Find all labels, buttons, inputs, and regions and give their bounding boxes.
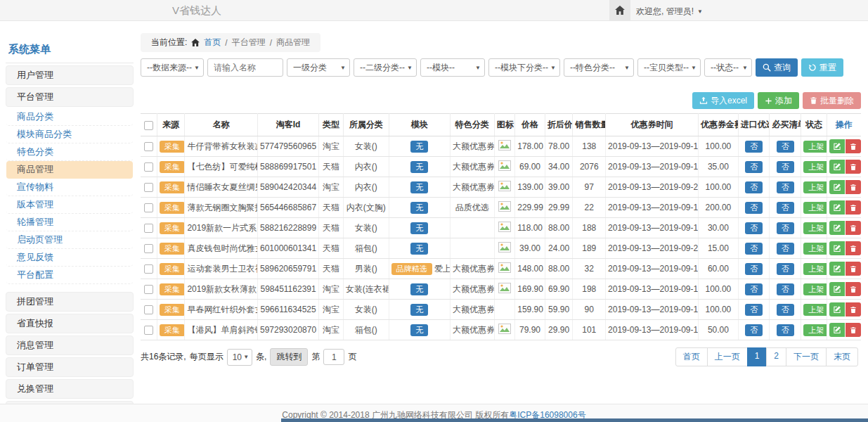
edit-button[interactable] bbox=[829, 160, 845, 174]
must-buy-toggle[interactable]: 否 bbox=[777, 141, 794, 153]
status-badge[interactable]: 上架 bbox=[803, 304, 827, 316]
row-checkbox[interactable] bbox=[144, 203, 153, 212]
row-checkbox[interactable] bbox=[144, 183, 153, 192]
home-button[interactable] bbox=[609, 0, 630, 20]
delete-button[interactable] bbox=[846, 323, 861, 337]
status-badge[interactable]: 上架 bbox=[803, 243, 827, 255]
edit-button[interactable] bbox=[829, 241, 845, 255]
edit-button[interactable] bbox=[829, 139, 845, 153]
edit-button[interactable] bbox=[829, 323, 845, 337]
filter-select[interactable]: --模块--▼ bbox=[420, 58, 485, 77]
delete-button[interactable] bbox=[846, 200, 861, 215]
status-badge[interactable]: 上架 bbox=[803, 161, 827, 173]
sidebar-item[interactable]: 轮播管理 bbox=[6, 214, 133, 231]
import-toggle[interactable]: 否 bbox=[745, 324, 763, 336]
row-checkbox[interactable] bbox=[144, 142, 153, 151]
import-toggle[interactable]: 否 bbox=[745, 283, 763, 295]
edit-button[interactable] bbox=[829, 302, 845, 316]
import-toggle[interactable]: 否 bbox=[745, 141, 763, 153]
filter-select[interactable]: --特色分类--▼ bbox=[564, 58, 634, 77]
edit-button[interactable] bbox=[829, 282, 845, 296]
must-buy-toggle[interactable]: 否 bbox=[777, 181, 794, 193]
sidebar-menu-header[interactable]: 用户管理 bbox=[6, 65, 134, 85]
filter-select[interactable]: 一级分类▼ bbox=[287, 58, 350, 77]
delete-button[interactable] bbox=[846, 139, 861, 153]
import-toggle[interactable]: 否 bbox=[745, 243, 763, 255]
sidebar-menu-header[interactable]: 省直快报 bbox=[6, 314, 134, 333]
pager-item[interactable]: 末页 bbox=[826, 347, 858, 366]
status-badge[interactable]: 上架 bbox=[803, 141, 827, 153]
filter-select[interactable]: --宝贝类型--▼ bbox=[637, 58, 701, 77]
row-checkbox[interactable] bbox=[144, 162, 153, 172]
row-checkbox[interactable] bbox=[144, 264, 153, 274]
import-toggle[interactable]: 否 bbox=[745, 263, 763, 275]
name-search-input[interactable] bbox=[207, 58, 283, 77]
row-checkbox[interactable] bbox=[144, 326, 153, 335]
row-checkbox[interactable] bbox=[144, 305, 153, 314]
jump-button[interactable]: 跳转到 bbox=[270, 348, 308, 366]
bulk-delete-button[interactable]: 批量删除 bbox=[803, 92, 861, 109]
pager-item[interactable]: 1 bbox=[747, 347, 767, 366]
delete-button[interactable] bbox=[846, 262, 861, 276]
sidebar-item[interactable]: 宣传物料 bbox=[6, 179, 133, 196]
status-badge[interactable]: 上架 bbox=[803, 263, 827, 275]
status-badge[interactable]: 上架 bbox=[803, 324, 827, 336]
import-toggle[interactable]: 否 bbox=[745, 202, 763, 214]
jump-page-input[interactable] bbox=[323, 349, 344, 365]
filter-select[interactable]: --模块下分类--▼ bbox=[488, 58, 560, 77]
sidebar-item[interactable]: 启动页管理 bbox=[6, 231, 133, 249]
sidebar-menu-header[interactable]: 平台管理 bbox=[6, 87, 134, 107]
sidebar-item[interactable]: 模块商品分类 bbox=[6, 126, 133, 143]
delete-button[interactable] bbox=[846, 241, 861, 255]
status-badge[interactable]: 上架 bbox=[803, 181, 827, 193]
filter-select[interactable]: --二级分类--▼ bbox=[354, 58, 417, 77]
import-toggle[interactable]: 否 bbox=[745, 161, 763, 173]
status-badge[interactable]: 上架 bbox=[803, 202, 827, 214]
import-toggle[interactable]: 否 bbox=[745, 304, 763, 316]
status-badge[interactable]: 上架 bbox=[803, 222, 827, 234]
pager-item[interactable]: 首页 bbox=[675, 347, 708, 366]
import-toggle[interactable]: 否 bbox=[745, 222, 763, 234]
row-checkbox[interactable] bbox=[144, 224, 153, 233]
sidebar-menu-header[interactable]: 拼团管理 bbox=[6, 292, 134, 312]
reset-button[interactable]: 重置 bbox=[801, 58, 843, 77]
search-button[interactable]: 查询 bbox=[756, 58, 798, 77]
must-buy-toggle[interactable]: 否 bbox=[777, 202, 794, 214]
row-checkbox[interactable] bbox=[144, 285, 153, 294]
sidebar-item[interactable]: 商品管理 bbox=[6, 161, 133, 179]
filter-select[interactable]: --状态--▼ bbox=[704, 58, 752, 77]
delete-button[interactable] bbox=[846, 282, 861, 296]
per-page-select[interactable]: 10 ▼ bbox=[227, 349, 252, 366]
sidebar-menu-header[interactable]: 消息管理 bbox=[6, 335, 134, 355]
sidebar-menu-header[interactable]: 订单管理 bbox=[6, 357, 134, 377]
delete-button[interactable] bbox=[846, 302, 861, 316]
must-buy-toggle[interactable]: 否 bbox=[777, 222, 794, 234]
sidebar-item[interactable]: 商品分类 bbox=[6, 108, 133, 126]
edit-button[interactable] bbox=[829, 200, 845, 215]
delete-button[interactable] bbox=[846, 160, 861, 174]
row-checkbox[interactable] bbox=[144, 244, 153, 253]
delete-button[interactable] bbox=[846, 221, 861, 235]
select-all-checkbox[interactable] bbox=[144, 121, 153, 130]
breadcrumb-home-link[interactable]: 首页 bbox=[204, 37, 221, 49]
user-menu[interactable]: 欢迎您, 管理员! ▼ bbox=[636, 6, 703, 18]
must-buy-toggle[interactable]: 否 bbox=[777, 161, 794, 173]
status-badge[interactable]: 上架 bbox=[803, 283, 827, 295]
pager-item[interactable]: 2 bbox=[766, 347, 786, 366]
pager-item[interactable]: 下一页 bbox=[786, 347, 827, 366]
sidebar-item[interactable]: 特色分类 bbox=[6, 143, 133, 161]
must-buy-toggle[interactable]: 否 bbox=[777, 283, 794, 295]
filter-select[interactable]: --数据来源--▼ bbox=[141, 58, 204, 77]
edit-button[interactable] bbox=[829, 221, 845, 235]
add-button[interactable]: 添加 bbox=[758, 92, 799, 109]
must-buy-toggle[interactable]: 否 bbox=[777, 304, 794, 316]
sidebar-menu-header[interactable]: 兑换管理 bbox=[6, 379, 134, 399]
import-excel-button[interactable]: 导入excel bbox=[692, 92, 754, 109]
pager-item[interactable]: 上一页 bbox=[707, 347, 748, 366]
sidebar-item[interactable]: 平台配置 bbox=[6, 267, 133, 284]
must-buy-toggle[interactable]: 否 bbox=[777, 324, 794, 336]
delete-button[interactable] bbox=[846, 180, 861, 194]
edit-button[interactable] bbox=[829, 180, 845, 194]
must-buy-toggle[interactable]: 否 bbox=[777, 263, 794, 275]
sidebar-item[interactable]: 版本管理 bbox=[6, 196, 133, 214]
